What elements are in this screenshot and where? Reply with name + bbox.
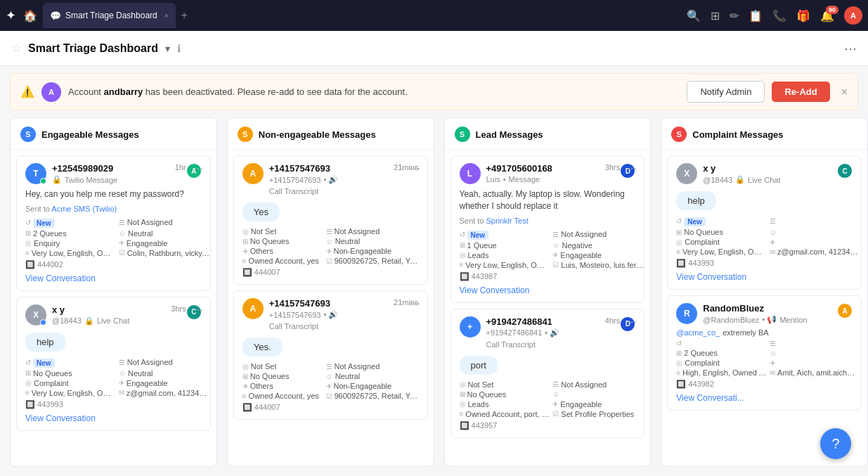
message-bubble: help bbox=[25, 333, 65, 352]
card-avatar: X bbox=[25, 304, 46, 326]
notify-admin-button[interactable]: Notify Admin bbox=[687, 81, 765, 103]
card-menu-icon[interactable]: ⋯ bbox=[410, 298, 420, 309]
card-message: Hey, can you help me reset my password? bbox=[25, 188, 202, 200]
card-avatar: A bbox=[242, 163, 264, 184]
column-lead: S Lead Messages L +491705600168 Luis • M… bbox=[444, 117, 652, 467]
apps-icon[interactable]: ⊞ bbox=[711, 9, 720, 22]
top-nav: ✦ 🏠 💬 Smart Triage Dashboard × + 🔍 ⊞ ✏ 📋… bbox=[0, 0, 868, 31]
tab-icon: 💬 bbox=[50, 11, 61, 21]
calendar-icon[interactable]: 📋 bbox=[749, 9, 763, 22]
card-info: +14157547693 +14157547693 • 🔊 Call Trans… bbox=[269, 163, 388, 195]
alert-close-icon[interactable]: × bbox=[841, 86, 848, 98]
notifications-badge: 90 bbox=[826, 6, 838, 14]
notifications-icon[interactable]: 🔔90 bbox=[820, 9, 834, 22]
edit-icon[interactable]: ✏ bbox=[730, 9, 739, 22]
phone-icon[interactable]: 📞 bbox=[772, 9, 786, 22]
view-conversation-link[interactable]: View Conversation bbox=[460, 285, 636, 295]
mention-link: @acme_co_ extremely BA bbox=[676, 328, 853, 337]
card-tags: ↺New ☰Not Assigned ⊞1 Queue ☺Negative ◎L… bbox=[460, 229, 636, 269]
card-message: Yeah, actually. My laptop is slow. Wonde… bbox=[460, 188, 636, 212]
app-logo: ✦ bbox=[6, 8, 16, 23]
card-eng-1[interactable]: T +12545989029 🔒 Twilio Message 1hr A He… bbox=[16, 155, 211, 291]
card-id: 🔲 444002 bbox=[25, 260, 202, 269]
view-conversation-link[interactable]: View Conversation bbox=[25, 274, 202, 283]
card-phone: +14157547693 bbox=[269, 298, 388, 309]
col-icon-complaint: S bbox=[671, 127, 687, 142]
active-tab[interactable]: 💬 Smart Triage Dashboard × bbox=[43, 3, 176, 28]
tab-close-icon[interactable]: × bbox=[164, 12, 169, 20]
column-body-engageable: T +12545989029 🔒 Twilio Message 1hr A He… bbox=[11, 150, 216, 466]
card-lead-1[interactable]: L +491705600168 Luis • Message 3hrs D Ye… bbox=[451, 155, 645, 303]
card-lead-2[interactable]: + +919427486841 +919427486841 • 🔊 Call T… bbox=[451, 309, 645, 438]
card-time: 1hr bbox=[175, 163, 186, 172]
card-subtitle: Luis • Message bbox=[486, 175, 600, 184]
card-time: 4hrs bbox=[605, 316, 620, 325]
column-body-complaint: X x y @18443 🔒 Live Chat C help ↺New ☰ bbox=[661, 150, 867, 466]
card-id: 🔲 443957 bbox=[460, 421, 636, 430]
card-subtitle: +919427486841 • 🔊 Call Transcript bbox=[486, 328, 600, 349]
column-body-lead: L +491705600168 Luis • Message 3hrs D Ye… bbox=[445, 150, 651, 466]
card-phone: +12545989029 bbox=[52, 163, 169, 174]
view-conversation-link[interactable]: View Conversati... bbox=[676, 393, 853, 403]
nav-actions: 🔍 ⊞ ✏ 📋 📞 🎁 🔔90 A bbox=[687, 6, 862, 25]
card-phone: RandomBluez bbox=[703, 303, 837, 314]
card-comp-2[interactable]: R RandomBluez @RandomBluez • 📢 Mention A… bbox=[667, 295, 862, 411]
subtitle-id: @18443 bbox=[52, 316, 82, 325]
card-avatar: T bbox=[25, 163, 46, 184]
column-complaint: S Complaint Messages X x y @18443 🔒 Live… bbox=[661, 117, 868, 467]
column-body-non-engageable: A +14157547693 +14157547693 • 🔊 Call Tra… bbox=[228, 150, 434, 466]
tab-label: Smart Triage Dashboard bbox=[65, 11, 157, 20]
card-menu-icon[interactable]: ⋯ bbox=[193, 163, 203, 174]
channel-label: Twilio Message bbox=[65, 176, 117, 184]
sent-to-link[interactable]: Acme SMS (Twilio) bbox=[51, 205, 117, 213]
card-avatar: + bbox=[460, 316, 481, 337]
column-title-engageable: Engageable Messages bbox=[41, 129, 139, 140]
second-avatar: C bbox=[837, 163, 853, 179]
title-dropdown-icon[interactable]: ▾ bbox=[165, 43, 170, 54]
card-info: +12545989029 🔒 Twilio Message bbox=[52, 163, 169, 184]
help-button[interactable]: ? bbox=[820, 428, 851, 459]
card-info: +919427486841 +919427486841 • 🔊 Call Tra… bbox=[486, 316, 600, 349]
col-icon-engageable: S bbox=[20, 127, 36, 142]
card-tags: ↺ ☰ ⊞2 Queues ☺ ◎Complaint ✈ ≡High, Engl… bbox=[676, 340, 853, 377]
view-conversation-link[interactable]: View Conversation bbox=[25, 413, 202, 423]
card-comp-1[interactable]: X x y @18443 🔒 Live Chat C help ↺New ☰ bbox=[667, 155, 862, 290]
card-tags: ◎Not Set ☰Not Assigned ⊞No Queues ☺ ◎Lea… bbox=[460, 380, 636, 418]
channel-label: Live Chat bbox=[97, 316, 129, 325]
alert-warning-icon: ⚠️ bbox=[20, 85, 34, 98]
card-menu-icon[interactable]: ⋯ bbox=[627, 163, 637, 174]
card-menu-icon[interactable]: ⋯ bbox=[410, 163, 420, 174]
card-subtitle: +14157547693 • 🔊 Call Transcript bbox=[269, 175, 388, 195]
view-conversation-link[interactable]: View Conversation bbox=[676, 272, 853, 282]
card-id: 🔲 444007 bbox=[242, 268, 419, 277]
card-menu-icon[interactable]: ⋯ bbox=[193, 304, 203, 316]
column-header-non-engageable: S Non-engageable Messages bbox=[228, 118, 434, 150]
home-icon[interactable]: 🏠 bbox=[23, 9, 37, 22]
card-tags: ↺New ☰Not Assigned ⊞2 Queues ☺Neutral ◎E… bbox=[25, 217, 202, 257]
card-eng-2[interactable]: X x y @18443 🔒 Live Chat 3hrs C help bbox=[16, 297, 211, 431]
gift-icon[interactable]: 🎁 bbox=[796, 9, 810, 22]
user-avatar[interactable]: A bbox=[844, 6, 862, 25]
favorite-icon[interactable]: ☆ bbox=[11, 41, 21, 55]
sent-to-link[interactable]: Sprinklr Test bbox=[486, 217, 528, 225]
column-header-engageable: S Engageable Messages bbox=[11, 118, 216, 150]
info-icon[interactable]: ℹ bbox=[177, 43, 181, 54]
card-info: +491705600168 Luis • Message bbox=[486, 163, 600, 184]
column-title-complaint: Complaint Messages bbox=[692, 129, 783, 140]
card-time: 3hrs bbox=[171, 304, 186, 313]
second-avatar: A bbox=[837, 303, 853, 319]
card-phone: +919427486841 bbox=[486, 316, 600, 327]
card-menu-icon[interactable]: ⋯ bbox=[627, 316, 637, 328]
card-ne-1[interactable]: A +14157547693 +14157547693 • 🔊 Call Tra… bbox=[233, 155, 428, 285]
card-info: x y @18443 🔒 Live Chat bbox=[52, 304, 165, 326]
columns-wrapper: S Engageable Messages T +12545989029 🔒 T… bbox=[0, 117, 868, 476]
card-id: 🔲 443982 bbox=[676, 380, 853, 389]
card-id: 🔲 443993 bbox=[25, 400, 202, 409]
more-options-icon[interactable]: ⋯ bbox=[844, 41, 857, 56]
re-add-button[interactable]: Re-Add bbox=[772, 82, 829, 102]
search-icon[interactable]: 🔍 bbox=[687, 9, 701, 22]
card-ne-2[interactable]: A +14157547693 +14157547693 • 🔊 Call Tra… bbox=[233, 290, 428, 420]
page-title: Smart Triage Dashboard bbox=[28, 42, 158, 55]
column-header-lead: S Lead Messages bbox=[445, 118, 651, 150]
add-tab-button[interactable]: + bbox=[181, 9, 188, 22]
